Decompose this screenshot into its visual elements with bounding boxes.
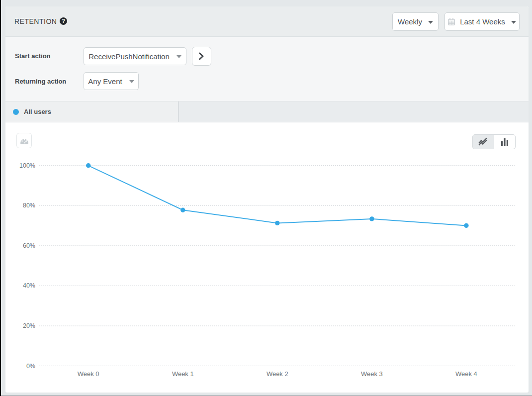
svg-text:Week 2: Week 2 [266,370,288,378]
svg-text:Week 1: Week 1 [172,370,194,378]
svg-text:Week 4: Week 4 [455,370,477,378]
svg-text:Week 0: Week 0 [78,370,99,378]
svg-text:20%: 20% [23,322,35,329]
svg-text:80%: 80% [23,202,35,209]
svg-text:40%: 40% [23,282,35,289]
svg-text:100%: 100% [19,162,35,169]
svg-text:Week 3: Week 3 [361,370,383,378]
svg-text:60%: 60% [23,242,35,249]
svg-text:0%: 0% [26,363,35,370]
